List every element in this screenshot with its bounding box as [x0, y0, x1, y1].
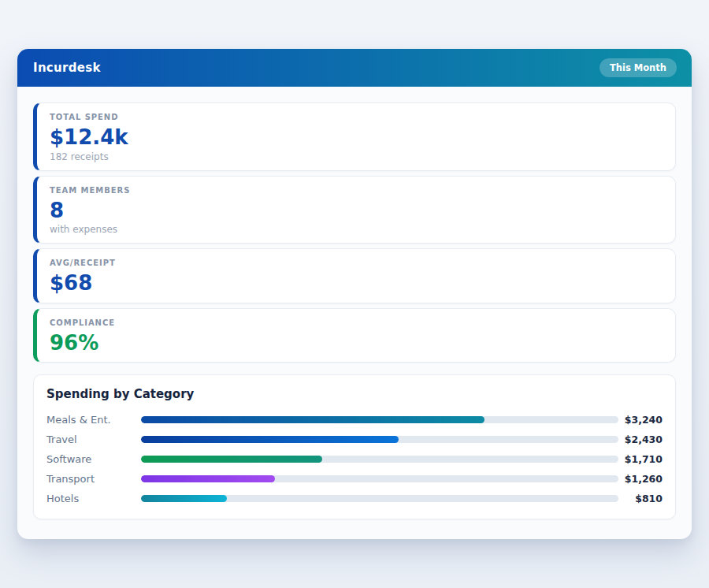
category-value: $810: [618, 493, 663, 504]
stat-label: TEAM MEMBERS: [50, 186, 663, 195]
bar-fill-travel: [141, 436, 399, 443]
stat-value: 96%: [50, 332, 663, 355]
stat-card-total-spend: TOTAL SPEND $12.4k 182 receipts: [33, 102, 676, 171]
stat-value: $12.4k: [50, 126, 663, 149]
category-label: Travel: [46, 434, 141, 445]
chart-title: Spending by Category: [46, 387, 663, 401]
spending-by-category-chart: Spending by Category Meals & Ent. $3,240…: [33, 374, 676, 519]
bar-track: [141, 436, 618, 443]
category-value: $1,260: [618, 473, 663, 485]
chart-row-hotels: Hotels $810: [46, 489, 663, 508]
bar-fill-transport: [141, 475, 275, 482]
chart-row-meals: Meals & Ent. $3,240: [46, 410, 663, 430]
bar-track: [141, 416, 618, 423]
stat-subtext: 182 receipts: [50, 151, 663, 162]
dashboard-card: Incurdesk This Month TOTAL SPEND $12.4k …: [17, 49, 692, 539]
category-label: Hotels: [46, 493, 141, 504]
period-filter-badge[interactable]: This Month: [599, 58, 677, 77]
chart-row-travel: Travel $2,430: [46, 430, 663, 449]
bar-fill-hotels: [141, 495, 227, 502]
category-label: Meals & Ent.: [46, 414, 141, 426]
stat-label: TOTAL SPEND: [50, 113, 663, 121]
category-value: $2,430: [618, 434, 663, 445]
stat-subtext: with expenses: [50, 224, 663, 235]
bar-track: [141, 475, 618, 482]
category-label: Transport: [46, 473, 141, 485]
app-title: Incurdesk: [33, 61, 101, 75]
category-value: $1,710: [618, 453, 663, 465]
bar-fill-software: [141, 456, 322, 463]
stat-card-avg-receipt: AVG/RECEIPT $68: [33, 248, 676, 303]
chart-row-software: Software $1,710: [46, 449, 663, 469]
stat-label: COMPLIANCE: [50, 318, 663, 327]
bar-fill-meals: [141, 416, 484, 423]
stat-value: $68: [50, 272, 663, 295]
stat-card-team-members: TEAM MEMBERS 8 with expenses: [33, 176, 676, 244]
app-header: Incurdesk This Month: [17, 49, 692, 87]
bar-track: [141, 495, 618, 502]
category-label: Software: [46, 453, 141, 465]
stat-value: 8: [50, 199, 663, 222]
dashboard-body: TOTAL SPEND $12.4k 182 receipts TEAM MEM…: [17, 87, 692, 535]
chart-row-transport: Transport $1,260: [46, 469, 663, 489]
stat-label: AVG/RECEIPT: [50, 259, 663, 267]
category-value: $3,240: [618, 414, 663, 426]
stat-card-compliance: COMPLIANCE 96%: [33, 308, 676, 363]
bar-track: [141, 456, 618, 463]
